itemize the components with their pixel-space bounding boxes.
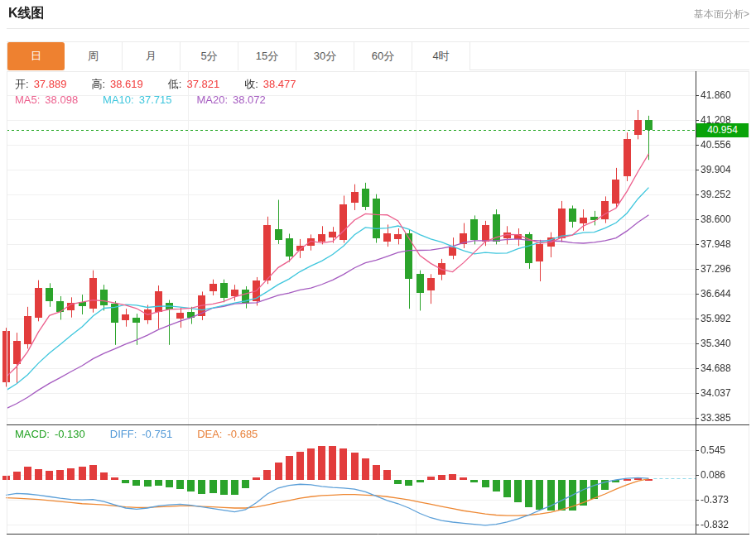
legend-label: DEA: — [197, 428, 222, 440]
price-tick-label: 36.644 — [701, 288, 731, 300]
legend-value: -0.685 — [227, 428, 258, 440]
ohlc-legend: 开:37.889高:38.619低:37.821收:38.477 — [15, 77, 321, 92]
legend-value: 38.098 — [45, 93, 78, 106]
legend-value: 37.715 — [139, 93, 172, 106]
price-tick-label: 33.385 — [701, 412, 731, 424]
price-tick-label: 34.037 — [701, 387, 731, 399]
legend-label: MACD: — [15, 428, 50, 440]
price-tick-label: 38.600 — [701, 213, 731, 225]
current-price-badge: 40.954 — [696, 123, 749, 137]
price-tick-label: 39.252 — [701, 189, 731, 200]
legend-label: 高: — [91, 78, 105, 90]
legend-label: MA20: — [196, 93, 228, 106]
legend-value: -0.130 — [55, 428, 85, 440]
macd-legend: MACD:-0.130DIFF:-0.751DEA:-0.685 — [15, 428, 282, 440]
legend-value: 38.619 — [110, 78, 143, 90]
legend-label: 低: — [168, 78, 182, 90]
title-divider — [7, 28, 749, 29]
price-tick-label: 41.860 — [701, 89, 731, 101]
legend-label: MA5: — [15, 93, 40, 106]
legend-value: 37.821 — [186, 78, 219, 90]
legend-label: 收: — [244, 78, 258, 90]
macd-tick-label: -0.373 — [701, 494, 729, 506]
tab-周[interactable]: 周 — [65, 42, 123, 70]
tab-日[interactable]: 日 — [7, 42, 65, 70]
tab-30分[interactable]: 30分 — [296, 42, 354, 70]
macd-tick-label: 0.545 — [701, 444, 725, 456]
legend-label: DIFF: — [110, 428, 137, 440]
price-tick-label: 40.556 — [701, 139, 731, 151]
tab-15分[interactable]: 15分 — [238, 42, 296, 70]
tab-5分[interactable]: 5分 — [181, 42, 238, 70]
tab-月[interactable]: 月 — [123, 42, 181, 70]
price-tick-label: 35.340 — [701, 338, 731, 349]
fundamental-analysis-link[interactable]: 基本面分析> — [694, 7, 749, 22]
price-tick-label: 35.992 — [701, 313, 731, 324]
macd-tick-label: 0.086 — [701, 469, 725, 481]
legend-value: 37.889 — [34, 78, 67, 90]
tab-60分[interactable]: 60分 — [354, 42, 412, 70]
tab-4时[interactable]: 4时 — [412, 42, 470, 70]
price-tick-label: 37.948 — [701, 238, 731, 250]
legend-value: 38.477 — [263, 78, 296, 90]
price-tick-label: 37.296 — [701, 263, 731, 275]
legend-value: -0.751 — [142, 428, 172, 440]
price-tick-label: 34.688 — [701, 362, 731, 374]
ma-legend: MA5:38.098MA10:37.715MA20:38.072 — [15, 93, 291, 106]
price-tick-label: 39.904 — [701, 164, 731, 175]
legend-label: 开: — [15, 78, 29, 90]
legend-value: 38.072 — [233, 93, 266, 106]
page-title: K线图 — [8, 5, 45, 22]
legend-label: MA10: — [103, 93, 134, 106]
macd-tick-label: -0.832 — [701, 519, 729, 530]
period-tab-strip: 日周月5分15分30分60分4时 — [7, 41, 749, 70]
